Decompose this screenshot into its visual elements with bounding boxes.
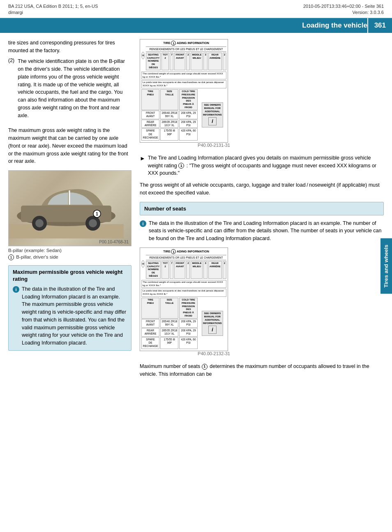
bottom-text: Maximum number of seats 1 determines the…	[140, 363, 384, 378]
placard-num-2: 1	[171, 249, 176, 254]
svg-point-4	[35, 219, 44, 227]
rear-tire-size-2: 285/35 ZR18 101Y XL	[160, 328, 178, 337]
placard-title-2: TIRE 1 ADING INFORMATION	[146, 249, 226, 255]
placard-tire-col: TIREPNEU SIZETAILLE COLD TIRE PRESSUREPR…	[141, 89, 198, 141]
placard-combined-fr-2: Le poids total des occupants et des marc…	[141, 289, 226, 297]
placard-title-area: TIRE 1 ADING INFORMATION RENSEIGNEMENTS …	[146, 41, 226, 71]
spare-tire-pressure: 420 KPA, 60 PSI	[179, 128, 197, 140]
item-number: (2)	[8, 58, 14, 123]
intro-text: tire sizes and corresponding pressures f…	[8, 39, 131, 55]
svg-text:1: 1	[96, 212, 98, 216]
main-content: tire sizes and corresponding pressures f…	[0, 33, 392, 388]
size-header: SIZETAILLE	[160, 89, 178, 110]
placard-num-1: 1	[171, 41, 176, 46]
placard-logo: ★	[141, 52, 145, 59]
front-tire-pressure-2: 200 KPA, 29 PSI	[179, 319, 197, 328]
rear-tire-label: REARARRIÈRE	[141, 120, 159, 128]
header-left: BA 212 USA, CA Edition B 2011; 1; 5, en-…	[8, 3, 98, 16]
front-tire-row: FRONTAVANT 265/40 ZR18 99Y XL 200 KPA, 2…	[141, 111, 198, 119]
see-owners-box: SEE OWNERSMANUAL FORADDITIONALINFORMATIO…	[202, 102, 223, 127]
rear-val-2: 2	[223, 261, 226, 279]
middle-label: MIDDLEMILIEU	[191, 53, 203, 70]
front-tire-pressure: 200 KPA, 29 PSI	[179, 111, 197, 119]
tire-header: TIREPNEU	[141, 89, 159, 110]
arrow-text-content: The Tire and Loading Information placard…	[148, 154, 384, 177]
info-icon-seats: i	[140, 220, 146, 227]
placard-seating-row-2: SEATING CAPACITYNOMBRE DE SIÈGES TOT2 7 …	[146, 261, 226, 279]
front-tire-size-2: 265/40 ZR18 99Y XL	[160, 319, 178, 328]
number-seats-section: Number of seats	[140, 202, 384, 215]
circle-num-1: 1	[8, 254, 14, 260]
number-seats-title: Number of seats	[144, 206, 379, 212]
placard-subtitle: RENSEIGNEMENTS OR LES PNEUS ET LE CHARGE…	[146, 48, 226, 52]
info-icon-max: i	[13, 286, 19, 293]
page-title: Loading the vehicle	[302, 21, 367, 29]
tire-placard-2: ★ TIRE 1 ADING INFORMATION RENSEIGNEMENT…	[140, 247, 228, 351]
image-label: 1 B-pillar, driver's side	[8, 254, 131, 260]
arrow-symbol: ►	[140, 154, 145, 177]
spare-tire-row-2: SPAREDE RECHANGE 175/55 I8 96P 420 KPA, …	[141, 337, 198, 349]
see-owners-box-2: SEE OWNERSMANUAL FORADDITIONALINFORMATIO…	[202, 311, 223, 336]
rear-tire-pressure: 200 KPA, 29 PSI	[179, 120, 197, 128]
pressure-header: COLD TIRE PRESSUREPRESSION DESPNEUS À FR…	[179, 89, 197, 110]
spare-tire-pressure-2: 420 KPA, 60 PSI	[179, 337, 197, 349]
placard-top-row: ★ TIRE 1 ADING INFORMATION RENSEIGNEMENT…	[141, 41, 226, 71]
car-image: 1 P00.10-4768-31	[8, 170, 131, 246]
total-label: TOT2	[161, 53, 169, 70]
arrow-text-block: ► The Tire and Loading Information placa…	[140, 154, 384, 177]
total-val-2: 7	[170, 261, 173, 279]
paragraph-2: The maximum gross axle weight rating is …	[8, 127, 131, 165]
see-owners-col-2: SEE OWNERSMANUAL FORADDITIONALINFORMATIO…	[198, 298, 226, 349]
tire-placard-1: ★ TIRE 1 ADING INFORMATION RENSEIGNEMENT…	[140, 39, 228, 143]
rear-tire-pressure-2: 200 KPA, 29 PSI	[179, 328, 197, 337]
total-label-2: TOT2	[161, 261, 169, 279]
front-label-2: FRONTAVANT	[174, 261, 185, 279]
max-section-info: i The data in the illustration of the Ti…	[13, 285, 127, 347]
placard-header-row: TIREPNEU SIZETAILLE COLD TIRE PRESSUREPR…	[141, 89, 198, 110]
header-left-line2: dimargi	[8, 9, 98, 16]
see-owners-col: SEE OWNERSMANUAL FORADDITIONALINFORMATIO…	[198, 89, 226, 141]
rear-label: REARARRIÈRE	[208, 53, 222, 70]
car-image-sim: 1	[9, 171, 131, 246]
svg-point-6	[89, 219, 97, 227]
front-tire-row-2: FRONTAVANT 265/40 ZR18 99Y XL 200 KPA, 2…	[141, 319, 198, 328]
circle-num-bottom: 1	[202, 364, 208, 370]
rear-tire-row: REARARRIÈRE 285/35 ZR18 101Y XL 200 KPA,…	[141, 120, 198, 128]
page-header: BA 212 USA, CA Edition B 2011; 1; 5, en-…	[0, 0, 392, 18]
rear-tire-size: 285/35 ZR18 101Y XL	[160, 120, 178, 128]
placard-ref-1: P40.00-2131-31	[140, 143, 230, 148]
placard-combined-en-2: The combined weight of occupants and car…	[141, 280, 226, 288]
rear-val: 2	[223, 53, 226, 70]
rear-tire-row-2: REARARRIÈRE 285/35 ZR18 101Y XL 200 KPA,…	[141, 328, 198, 337]
spare-tire-size: 175/55 I8 96P	[160, 128, 178, 140]
tire-header-2: TIREPNEU	[141, 298, 159, 319]
placard-subtitle-2: RENSEIGNEMENTS OR LES PNEUS ET LE CHARGE…	[146, 256, 226, 260]
placard-combined-en: The combined weight of occupants and car…	[141, 72, 226, 80]
placard-wrapper-1: ★ TIRE 1 ADING INFORMATION RENSEIGNEMENT…	[140, 39, 384, 152]
seating-label-2: SEATING CAPACITYNOMBRE DE SIÈGES	[146, 261, 161, 279]
header-right: 2010-05-20T13:33:46+02:00 - Seite 361 Ve…	[303, 3, 384, 16]
numbered-item-2: (2) The vehicle identification plate is …	[8, 58, 131, 123]
placard-tire-section: TIREPNEU SIZETAILLE COLD TIRE PRESSUREPR…	[141, 89, 226, 141]
rear-label-2: REARARRIÈRE	[208, 261, 222, 279]
svg-rect-0	[9, 224, 124, 238]
placard-tire-section-2: TIREPNEU SIZETAILLE COLD TIRE PRESSUREPR…	[141, 298, 226, 349]
image-caption: B-pillar (example: Sedan)	[8, 248, 131, 253]
placard-ref-2: P40.00-2132-31	[140, 351, 230, 356]
rear-tire-label-2: REARARRIÈRE	[141, 328, 159, 337]
placard-title: TIRE 1 ADING INFORMATION	[146, 41, 226, 47]
spare-tire-label: SPAREDE RECHANGE	[141, 128, 159, 140]
owners-manual-icon: i	[208, 117, 217, 125]
item-text: The vehicle identification plate is on t…	[18, 58, 131, 119]
placard-title-area-2: TIRE 1 ADING INFORMATION RENSEIGNEMENTS …	[146, 249, 226, 279]
placard-seating-row: SEATING CAPACITYNOMBRE DE SIÈGES TOT2 7 …	[146, 53, 226, 70]
owners-manual-icon-2: i	[208, 326, 217, 334]
placard-wrapper-2: ★ TIRE 1 ADING INFORMATION RENSEIGNEMENT…	[140, 247, 384, 360]
placard-logo-2: ★	[141, 260, 145, 268]
total-val: 7	[170, 53, 173, 70]
left-column: tire sizes and corresponding pressures f…	[8, 39, 131, 382]
front-tire-label-2: FRONTAVANT	[141, 319, 159, 328]
pressure-header-2: COLD TIRE PRESSUREPRESSION DESPNEUS À FR…	[179, 298, 197, 319]
spare-tire-label-2: SPAREDE RECHANGE	[141, 337, 159, 349]
front-tire-label: FRONTAVANT	[141, 111, 159, 119]
